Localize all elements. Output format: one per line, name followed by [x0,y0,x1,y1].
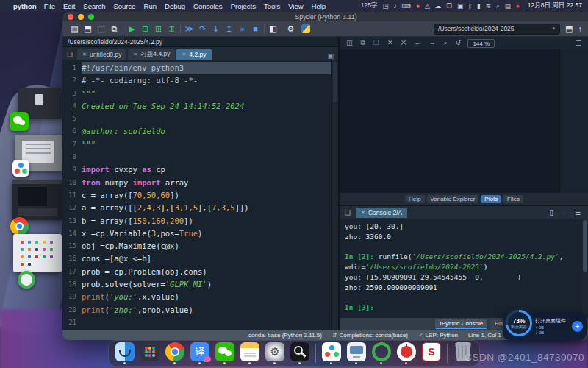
bluetooth-icon[interactable]: ᛒ [468,2,472,10]
save-all-icon[interactable]: ⧉ [108,22,121,36]
parent-directory-icon[interactable]: ↑ [578,24,583,33]
add-widget-button[interactable]: + [572,321,583,332]
editor-tab-习题4.4.py[interactable]: ✕习题4.4.py [128,49,175,60]
menu-file[interactable]: File [44,2,55,10]
tab-plots[interactable]: Plots [481,195,501,203]
dock-settings-icon[interactable] [265,342,284,364]
close-tab-icon[interactable]: ✕ [133,52,137,57]
dock-chrome-icon[interactable] [165,342,184,364]
record-dot-icon[interactable]: ● [416,2,420,10]
dock-finder-icon[interactable] [115,342,135,364]
previous-plot-icon[interactable]: ← [415,39,421,47]
dock-keychain-icon[interactable] [290,342,309,364]
zoom-window-button[interactable] [88,14,94,20]
mic-icon[interactable]: ♪ [394,2,397,10]
step-out-icon[interactable]: ↥ [223,22,235,36]
statusbar-item[interactable]: ✓LSP: Python [418,332,458,339]
display-icon[interactable]: ❐ [446,2,452,10]
menu-source[interactable]: Source [113,2,135,10]
close-tab-icon[interactable]: ✕ [82,52,87,57]
dock-greenring-icon[interactable] [372,342,391,364]
menu-bar-clock[interactable]: 12月8日 周日 22:57 [528,1,582,10]
dock-wechat-icon[interactable] [215,342,234,364]
tab-variable-explorer[interactable]: Variable Explorer [427,195,479,203]
spotlight-icon[interactable]: ⌕ [496,2,500,10]
menu-debug[interactable]: Debug [165,2,185,10]
remove-all-plots-icon[interactable]: ⨉ [401,39,406,47]
save-all-plots-icon[interactable]: ⧉ [361,39,365,47]
keyboard-icon[interactable]: ⌨ [402,2,411,10]
console-browse-tabs-icon[interactable]: ❏ [343,209,353,216]
remove-plot-icon[interactable]: ✕ [387,39,393,47]
sunlogin-app-icon[interactable] [12,160,29,177]
continue-icon[interactable]: » [236,22,248,36]
plots-zoom-level[interactable]: 144 % [467,39,495,48]
step-into-icon[interactable]: ↧ [209,22,222,36]
window-preview-chrome[interactable] [12,180,63,220]
run-cell-advance-icon[interactable]: ⊞ [152,22,165,36]
open-file-icon[interactable]: ⬒ [82,22,94,36]
console-scrollbar[interactable] [582,219,588,318]
code-editor[interactable]: 1#!/usr/bin/env python32# -*- codiarng: … [62,60,338,330]
console-tab[interactable]: ✕ Console 2/A [356,208,407,218]
menu-help[interactable]: Help [312,2,326,10]
menu-consoles[interactable]: Consoles [193,2,223,10]
control-center-icon[interactable]: ▤ [505,2,511,10]
dock-redapple-icon[interactable] [397,342,416,364]
minimize-window-button[interactable] [78,14,84,20]
cloud-icon[interactable]: ☁ [435,2,442,10]
python-environment-icon[interactable] [301,24,310,33]
chrome-app-icon[interactable] [10,217,29,236]
widget-title[interactable]: 打开桌面组件 [535,317,572,325]
plots-canvas[interactable] [340,49,560,193]
maximize-pane-icon[interactable]: ◧ [267,22,279,36]
menu-search[interactable]: Search [83,2,105,10]
run-cell-icon[interactable]: ⊡ [139,22,151,36]
new-file-icon[interactable]: ▤ [68,22,81,36]
console-options-icon[interactable]: ☰ [575,209,581,216]
run-selection-icon[interactable]: Ɪ [165,22,178,36]
tab-ipython-console[interactable]: IPython Console [435,319,487,329]
airdrop-icon[interactable]: ◬ [425,2,430,10]
editor-corner-icon[interactable]: ▣ [327,52,337,60]
working-directory-select[interactable]: /Users/scofieldo/2024-2025 ▼ [434,24,560,35]
close-tab-icon[interactable]: ✕ [182,52,186,57]
dock-launchpad-icon[interactable] [140,342,159,364]
inspect-icon[interactable]: ▯ [550,209,553,216]
stop-icon[interactable]: ■ [249,22,262,36]
wifi-icon[interactable]: ≋ [486,2,491,10]
dock-sunlogin-icon[interactable] [322,342,341,364]
fit-plot-icon[interactable]: ↺ [456,39,462,47]
next-plot-icon[interactable]: → [429,39,436,47]
dock-translate-icon[interactable] [190,342,209,364]
interrupt-kernel-icon[interactable]: ◌ [562,209,566,216]
editor-tab-untitled0.py[interactable]: ✕untitled0.py [77,49,126,60]
save-icon[interactable]: ◫ [95,22,107,36]
ipython-console[interactable]: you: [20. 30.]zho: 3360.0 In [2]: runfil… [340,219,588,318]
recording-indicator-icon[interactable]: ● [516,2,520,10]
window-titlebar[interactable]: Spyder (Python 3.11) [62,12,588,21]
menu-view[interactable]: View [288,2,303,10]
screenshot-icon[interactable]: ▣ [457,2,463,10]
zoom-plot-icon[interactable]: ⌕ [444,39,448,47]
tab-files[interactable]: Files [503,195,523,203]
plots-thumbnail-strip[interactable] [560,49,588,193]
editor-scrollbar[interactable] [331,60,338,330]
run-icon[interactable]: ▶ [126,22,138,36]
debug-file-icon[interactable]: ≫ [183,22,196,36]
menu-tools[interactable]: Tools [264,2,280,10]
screen-mirror-icon[interactable]: ◳ [383,2,389,10]
dock-todesk-icon[interactable] [347,342,366,364]
browse-directory-icon[interactable]: ⬒ [565,24,573,34]
green-ring-app-icon[interactable] [18,271,35,289]
battery-icon[interactable]: ▮ [477,2,481,10]
statusbar-item[interactable]: ⇵Completions: conda(base) [332,332,408,339]
menu-projects[interactable]: Projects [231,2,256,10]
dock-notes-icon[interactable] [240,342,259,364]
wechat-app-icon[interactable] [10,112,29,131]
preferences-wrench-icon[interactable]: ⚙ [284,22,297,36]
dock-sapp-icon[interactable] [422,342,441,364]
menu-run[interactable]: Run [144,2,157,10]
memory-widget[interactable]: 73% 剩余内存 打开桌面组件 ↑ 0B ↓ 0B + [503,312,587,340]
menu-edit[interactable]: Edit [63,2,75,10]
